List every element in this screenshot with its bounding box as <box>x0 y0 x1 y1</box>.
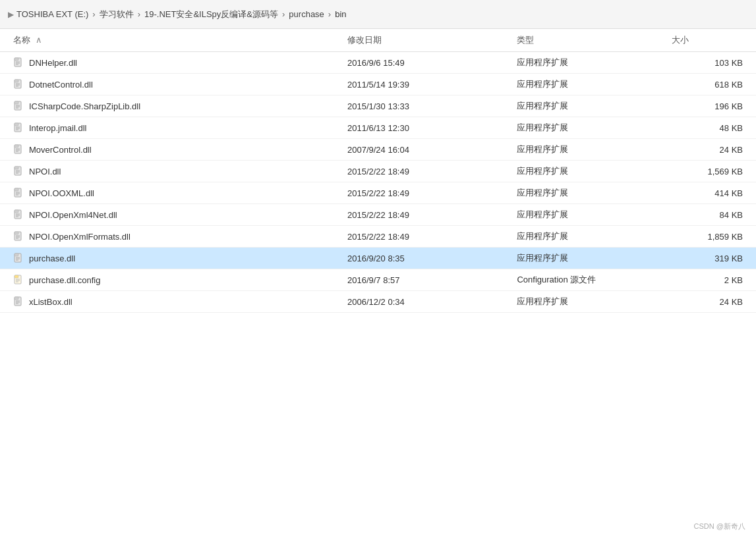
td-type: 应用程序扩展 <box>509 291 663 313</box>
td-size: 2 KB <box>664 269 756 291</box>
td-name: DNHelper.dll <box>0 52 339 74</box>
file-icon <box>13 101 24 111</box>
td-date: 2006/12/2 0:34 <box>339 291 509 313</box>
file-table: 名称 ∧ 修改日期 类型 大小 <box>0 29 756 313</box>
table-row[interactable]: MoverControl.dll 2007/9/24 16:04 应用程序扩展 … <box>0 139 756 161</box>
breadcrumb-drive[interactable]: TOSHIBA EXT (E:) <box>16 9 88 19</box>
svg-rect-26 <box>15 167 18 169</box>
file-name-label: purchase.dll.config <box>29 275 100 285</box>
td-name: NPOI.OOXML.dll <box>0 182 339 204</box>
table-row[interactable]: NPOI.OpenXml4Net.dll 2015/2/22 18:49 应用程… <box>0 204 756 226</box>
col-header-type[interactable]: 类型 <box>509 29 663 52</box>
svg-rect-16 <box>15 123 18 126</box>
col-header-date[interactable]: 修改日期 <box>339 29 509 52</box>
table-row[interactable]: DotnetControl.dll 2011/5/14 19:39 应用程序扩展… <box>0 74 756 95</box>
td-size: 48 KB <box>664 117 756 139</box>
file-name-label: NPOI.OOXML.dll <box>29 188 94 198</box>
svg-rect-41 <box>15 232 18 234</box>
breadcrumb-xuexiruanjian[interactable]: 学习软件 <box>100 9 134 20</box>
file-list-container[interactable]: 名称 ∧ 修改日期 类型 大小 <box>0 29 756 538</box>
td-type: 应用程序扩展 <box>509 248 663 269</box>
file-icon <box>13 275 24 285</box>
td-date: 2015/2/22 18:49 <box>339 161 509 182</box>
table-row[interactable]: DNHelper.dll 2016/9/6 15:49 应用程序扩展 103 K… <box>0 52 756 74</box>
file-explorer-window: ▶ TOSHIBA EXT (E:) › 学习软件 › 19-.NET安全&IL… <box>0 0 756 538</box>
col-header-size[interactable]: 大小 <box>664 29 756 52</box>
file-icon <box>13 188 24 198</box>
td-size: 1,569 KB <box>664 161 756 182</box>
file-name-label: xListBox.dll <box>29 297 73 307</box>
td-date: 2007/9/24 16:04 <box>339 139 509 161</box>
td-date: 2015/1/30 13:33 <box>339 95 509 117</box>
td-type: 应用程序扩展 <box>509 204 663 226</box>
svg-rect-36 <box>15 210 18 213</box>
td-date: 2011/6/13 12:30 <box>339 117 509 139</box>
breadcrumb-sep-2: › <box>138 9 140 19</box>
table-row[interactable]: NPOI.dll 2015/2/22 18:49 应用程序扩展 1,569 KB <box>0 161 756 182</box>
file-name-label: NPOI.dll <box>29 167 61 176</box>
td-name: NPOI.OpenXmlFormats.dll <box>0 226 339 248</box>
svg-rect-11 <box>15 101 18 104</box>
td-type: 应用程序扩展 <box>509 161 663 182</box>
file-icon <box>13 57 24 68</box>
td-type: 应用程序扩展 <box>509 226 663 248</box>
td-date: 2016/9/20 8:35 <box>339 248 509 269</box>
svg-rect-31 <box>15 188 18 191</box>
breadcrumb-net-security[interactable]: 19-.NET安全&ILSpy反编译&源码等 <box>144 9 278 20</box>
td-size: 319 KB <box>664 248 756 269</box>
td-size: 1,859 KB <box>664 226 756 248</box>
td-type: 应用程序扩展 <box>509 52 663 74</box>
td-size: 196 KB <box>664 95 756 117</box>
file-name-label: DotnetControl.dll <box>29 80 93 90</box>
td-name: NPOI.OpenXml4Net.dll <box>0 204 339 226</box>
table-header-row: 名称 ∧ 修改日期 类型 大小 <box>0 29 756 52</box>
td-date: 2011/5/14 19:39 <box>339 74 509 95</box>
file-icon <box>13 209 24 220</box>
td-size: 24 KB <box>664 291 756 313</box>
nav-arrow-icon: ▶ <box>8 10 14 19</box>
td-name: Interop.jmail.dll <box>0 117 339 139</box>
file-icon <box>13 144 24 155</box>
breadcrumb-sep-4: › <box>328 9 331 19</box>
td-name: NPOI.dll <box>0 161 339 182</box>
file-name-label: MoverControl.dll <box>29 145 92 155</box>
svg-rect-6 <box>15 80 18 82</box>
td-name: MoverControl.dll <box>0 139 339 161</box>
watermark: CSDN @新奇八 <box>694 522 745 531</box>
breadcrumb-sep-1: › <box>92 9 95 19</box>
table-row[interactable]: Interop.jmail.dll 2011/6/13 12:30 应用程序扩展… <box>0 117 756 139</box>
file-icon <box>13 166 24 176</box>
breadcrumb-purchase[interactable]: purchase <box>289 9 324 19</box>
td-name: purchase.dll.config <box>0 269 339 291</box>
td-size: 414 KB <box>664 182 756 204</box>
file-name-label: NPOI.OpenXmlFormats.dll <box>29 232 131 242</box>
td-type: 应用程序扩展 <box>509 182 663 204</box>
td-date: 2015/2/22 18:49 <box>339 226 509 248</box>
svg-rect-56 <box>15 297 18 300</box>
td-name: xListBox.dll <box>0 291 339 313</box>
svg-rect-46 <box>15 254 18 256</box>
td-size: 24 KB <box>664 139 756 161</box>
file-name-label: Interop.jmail.dll <box>29 123 86 133</box>
td-date: 2016/9/7 8:57 <box>339 269 509 291</box>
td-size: 103 KB <box>664 52 756 74</box>
file-name-label: ICSharpCode.SharpZipLib.dll <box>29 101 140 111</box>
table-row[interactable]: purchase.dll.config 2016/9/7 8:57 Config… <box>0 269 756 291</box>
col-header-name[interactable]: 名称 ∧ <box>0 29 339 52</box>
td-type: Configuration 源文件 <box>509 269 663 291</box>
table-row[interactable]: NPOI.OOXML.dll 2015/2/22 18:49 应用程序扩展 41… <box>0 182 756 204</box>
file-icon <box>13 253 24 263</box>
table-row[interactable]: xListBox.dll 2006/12/2 0:34 应用程序扩展 24 KB <box>0 291 756 313</box>
td-type: 应用程序扩展 <box>509 117 663 139</box>
sort-arrow-icon: ∧ <box>36 35 42 45</box>
td-type: 应用程序扩展 <box>509 74 663 95</box>
breadcrumb-bin: bin <box>335 9 346 19</box>
svg-rect-51 <box>15 275 18 278</box>
td-date: 2016/9/6 15:49 <box>339 52 509 74</box>
td-type: 应用程序扩展 <box>509 95 663 117</box>
table-row[interactable]: NPOI.OpenXmlFormats.dll 2015/2/22 18:49 … <box>0 226 756 248</box>
table-row[interactable]: ICSharpCode.SharpZipLib.dll 2015/1/30 13… <box>0 95 756 117</box>
td-name: ICSharpCode.SharpZipLib.dll <box>0 95 339 117</box>
file-icon <box>13 231 24 242</box>
table-row[interactable]: purchase.dll 2016/9/20 8:35 应用程序扩展 319 K… <box>0 248 756 269</box>
